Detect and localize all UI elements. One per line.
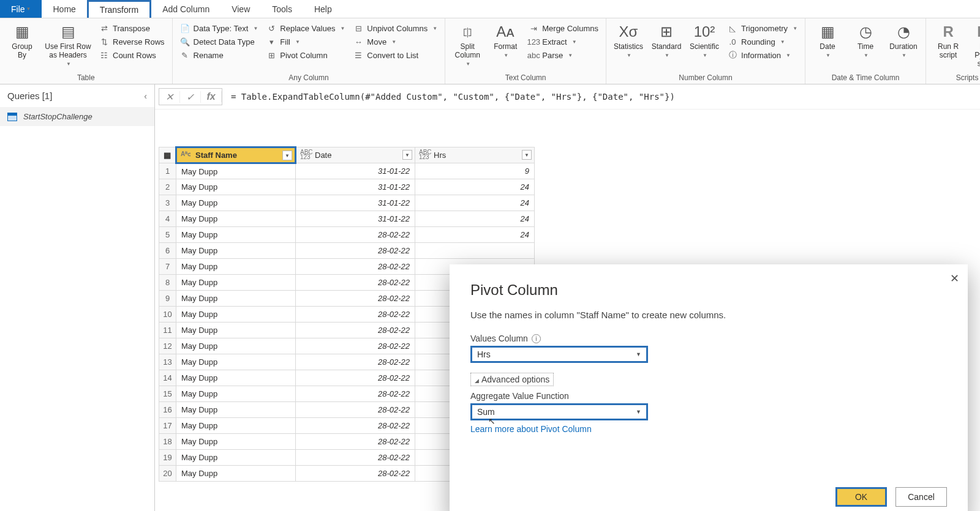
cancel-formula-button[interactable]: ✕ <box>159 91 180 103</box>
cell-staff[interactable]: May Dupp <box>176 259 296 275</box>
cell-date[interactable]: 28-02-22 <box>296 370 415 386</box>
run-python-button[interactable]: PyRun Python script <box>968 21 980 68</box>
replace-values-button[interactable]: ↺Replace Values▼ <box>263 22 349 34</box>
cell-hrs[interactable]: 9 <box>415 163 535 179</box>
data-type-button[interactable]: 📄Data Type: Text▼ <box>176 22 262 34</box>
table-row[interactable]: 6May Dupp28-02-22 <box>159 243 535 259</box>
cell-staff[interactable]: May Dupp <box>176 307 296 323</box>
tab-view[interactable]: View <box>221 0 261 18</box>
table-row[interactable]: 4May Dupp31-01-2224 <box>159 211 535 227</box>
cell-staff[interactable]: May Dupp <box>176 338 296 354</box>
column-header-date[interactable]: ABC123 Date ▼ <box>296 147 415 163</box>
unpivot-button[interactable]: ⊟Unpivot Columns▼ <box>350 22 441 34</box>
convert-list-button[interactable]: ☰Convert to List <box>350 49 441 61</box>
aggregate-function-dropdown[interactable]: Sum ▼ ↖ <box>470 403 648 420</box>
fill-button[interactable]: ▾Fill▼ <box>263 35 349 48</box>
move-button[interactable]: ↔Move▼ <box>350 35 441 48</box>
cell-hrs[interactable]: 24 <box>415 227 535 243</box>
format-button[interactable]: AᴀFormat▼ <box>487 21 524 58</box>
accept-formula-button[interactable]: ✓ <box>180 91 201 103</box>
cell-hrs[interactable]: 24 <box>415 179 535 195</box>
cell-hrs[interactable]: 24 <box>415 211 535 227</box>
cell-date[interactable]: 28-02-22 <box>296 307 415 323</box>
cell-date[interactable]: 28-02-22 <box>296 338 415 354</box>
cell-date[interactable]: 28-02-22 <box>296 354 415 370</box>
cell-date[interactable]: 28-02-22 <box>296 386 415 402</box>
advanced-options-toggle[interactable]: Advanced options <box>470 373 554 386</box>
formula-text[interactable]: = Table.ExpandTableColumn(#"Added Custom… <box>222 92 684 102</box>
cell-hrs[interactable]: 24 <box>415 195 535 211</box>
scientific-button[interactable]: 10²Scientific▼ <box>686 21 723 58</box>
tab-add-column[interactable]: Add Column <box>151 0 221 18</box>
cell-staff[interactable]: May Dupp <box>176 370 296 386</box>
info-icon[interactable]: i <box>532 334 541 343</box>
cell-date[interactable]: 28-02-22 <box>296 434 415 450</box>
filter-button[interactable]: ▼ <box>282 151 292 160</box>
duration-button[interactable]: ◔Duration▼ <box>885 21 922 58</box>
filter-button[interactable]: ▼ <box>522 150 532 160</box>
cell-hrs[interactable] <box>415 243 535 259</box>
cell-date[interactable]: 31-01-22 <box>296 179 415 195</box>
query-item[interactable]: StartStopChallenge <box>0 107 154 126</box>
cell-staff[interactable]: May Dupp <box>176 450 296 466</box>
table-row[interactable]: 3May Dupp31-01-2224 <box>159 195 535 211</box>
information-button[interactable]: ⓘInformation▼ <box>724 49 801 61</box>
time-button[interactable]: ◷Time▼ <box>847 21 884 58</box>
cell-date[interactable]: 28-02-22 <box>296 259 415 275</box>
cell-staff[interactable]: May Dupp <box>176 323 296 338</box>
tab-transform[interactable]: Transform <box>87 0 151 18</box>
run-r-button[interactable]: RRun R script <box>930 21 967 60</box>
tab-home[interactable]: Home <box>42 0 86 18</box>
rename-button[interactable]: ✎Rename <box>176 49 262 61</box>
learn-more-link[interactable]: Learn more about Pivot Column <box>470 424 947 434</box>
first-row-headers-button[interactable]: ▤ Use First Row as Headers ▼ <box>42 21 94 67</box>
cancel-button[interactable]: Cancel <box>895 487 947 507</box>
table-row[interactable]: 5May Dupp28-02-2224 <box>159 227 535 243</box>
trigonometry-button[interactable]: ◺Trigonometry▼ <box>724 22 801 34</box>
table-row[interactable]: 1May Dupp31-01-229 <box>159 163 535 179</box>
filter-button[interactable]: ▼ <box>402 150 412 160</box>
values-column-dropdown[interactable]: Hrs ▼ <box>470 346 648 363</box>
cell-date[interactable]: 31-01-22 <box>296 211 415 227</box>
cell-staff[interactable]: May Dupp <box>176 434 296 450</box>
cell-date[interactable]: 28-02-22 <box>296 450 415 466</box>
count-rows-button[interactable]: ☷Count Rows <box>96 49 168 61</box>
merge-columns-button[interactable]: ⇥Merge Columns <box>525 22 602 34</box>
cell-staff[interactable]: May Dupp <box>176 243 296 259</box>
cell-staff[interactable]: May Dupp <box>176 418 296 434</box>
pivot-column-button[interactable]: ⊞Pivot Column <box>263 49 349 61</box>
cell-staff[interactable]: May Dupp <box>176 466 296 482</box>
column-header-hrs[interactable]: ABC123 Hrs ▼ <box>415 147 535 163</box>
collapse-pane-button[interactable]: ‹ <box>144 91 147 101</box>
cell-staff[interactable]: May Dupp <box>176 163 296 179</box>
tab-tools[interactable]: Tools <box>261 0 303 18</box>
cell-date[interactable]: 28-02-22 <box>296 323 415 338</box>
transpose-button[interactable]: ⇄Transpose <box>96 22 168 34</box>
cell-date[interactable]: 28-02-22 <box>296 227 415 243</box>
rounding-button[interactable]: .0Rounding▼ <box>724 35 801 48</box>
statistics-button[interactable]: XσStatistics▼ <box>610 21 647 58</box>
cell-staff[interactable]: May Dupp <box>176 275 296 291</box>
cell-staff[interactable]: May Dupp <box>176 179 296 195</box>
cell-date[interactable]: 28-02-22 <box>296 291 415 307</box>
extract-button[interactable]: 123Extract▼ <box>525 35 602 48</box>
cell-staff[interactable]: May Dupp <box>176 227 296 243</box>
reverse-rows-button[interactable]: ⇅Reverse Rows <box>96 35 168 48</box>
group-by-button[interactable]: ▦ Group By <box>4 21 40 60</box>
cell-date[interactable]: 31-01-22 <box>296 163 415 179</box>
parse-button[interactable]: abcParse▼ <box>525 49 602 61</box>
cell-staff[interactable]: May Dupp <box>176 386 296 402</box>
cell-staff[interactable]: May Dupp <box>176 211 296 227</box>
column-header-staff[interactable]: Aᴮᴄ Staff Name ▼ <box>176 147 296 163</box>
cell-staff[interactable]: May Dupp <box>176 195 296 211</box>
tab-help[interactable]: Help <box>303 0 343 18</box>
tab-file[interactable]: File▼ <box>0 0 42 18</box>
ok-button[interactable]: OK <box>835 487 887 507</box>
standard-button[interactable]: ⊞Standard▼ <box>648 21 685 58</box>
cell-staff[interactable]: May Dupp <box>176 402 296 418</box>
cell-date[interactable]: 28-02-22 <box>296 466 415 482</box>
fx-button[interactable]: fx <box>201 91 222 102</box>
table-row[interactable]: 2May Dupp31-01-2224 <box>159 179 535 195</box>
cell-date[interactable]: 28-02-22 <box>296 275 415 291</box>
cell-staff[interactable]: May Dupp <box>176 291 296 307</box>
